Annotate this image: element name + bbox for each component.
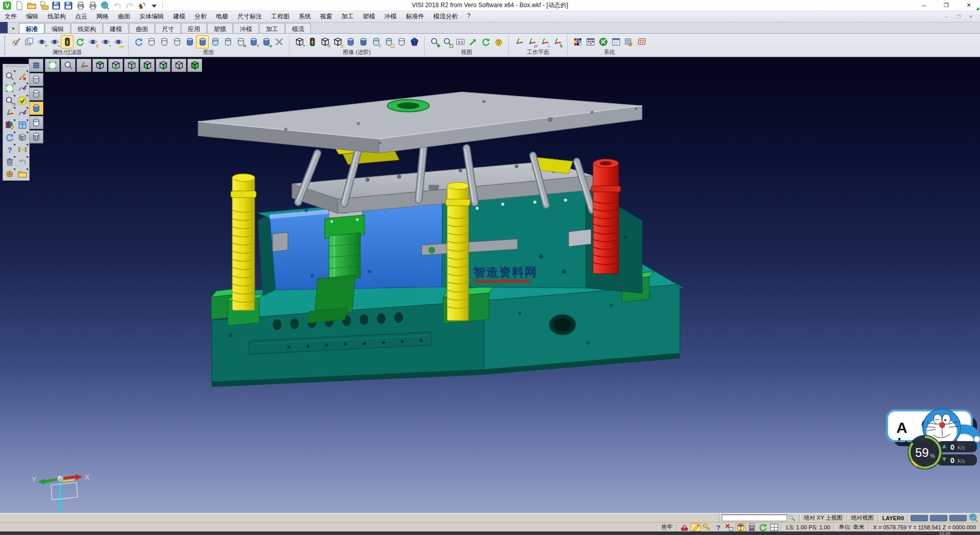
frame-select-icon[interactable]: [45, 59, 60, 72]
print-icon[interactable]: ▲: [87, 1, 98, 10]
tab-标准[interactable]: 标准: [19, 23, 44, 33]
measure-icon[interactable]: [16, 143, 29, 155]
mdi-minimize-button[interactable]: ─: [940, 13, 952, 21]
hatched-mode-icon[interactable]: [29, 130, 43, 143]
multi-view-icon[interactable]: [769, 523, 779, 531]
shaded-edges-view-icon[interactable]: [196, 35, 209, 48]
redo-icon[interactable]: [124, 1, 135, 10]
view-iso-icon[interactable]: [172, 59, 186, 72]
modify-attributes-icon[interactable]: [10, 35, 22, 48]
verify-cylinder-icon[interactable]: ✓: [370, 35, 382, 48]
active-layer-label[interactable]: LAYER0: [880, 515, 906, 521]
visi-logo[interactable]: V: [2, 1, 12, 10]
palette-drag-handle[interactable]: [6, 66, 27, 68]
menu-item-3[interactable]: 点云: [70, 11, 92, 22]
wireframe-view-icon[interactable]: [145, 35, 158, 48]
undo-icon[interactable]: [112, 1, 122, 10]
matrix-icon[interactable]: [635, 35, 648, 48]
refresh-visibility-icon[interactable]: [74, 35, 86, 48]
box-refresh-icon[interactable]: ↻: [318, 35, 331, 48]
snap-lock-label[interactable]: 拴牢: [659, 523, 675, 531]
workplane-indicator-icon[interactable]: [736, 523, 746, 531]
menu-item-1[interactable]: 编辑: [21, 11, 43, 22]
annotation-icon[interactable]: [691, 523, 701, 531]
transparent-mode-icon[interactable]: [29, 116, 43, 129]
quickbar-dropdown[interactable]: [149, 1, 159, 10]
tab-模流[interactable]: 模流: [285, 23, 311, 33]
view-bottom-icon[interactable]: [108, 59, 123, 72]
workplane-dynamic-icon[interactable]: ↯: [551, 35, 564, 48]
shaded-view-icon[interactable]: [183, 35, 196, 48]
spring-column-middle[interactable]: [446, 182, 470, 321]
insert-file-icon[interactable]: [38, 1, 49, 10]
spring-column-left[interactable]: [231, 174, 256, 311]
restore-button[interactable]: ❐: [935, 0, 958, 11]
workplane-3point-icon[interactable]: ∴: [538, 35, 551, 48]
view-back-icon[interactable]: [124, 59, 139, 72]
system-settings-icon[interactable]: [597, 35, 609, 48]
tab-线架构[interactable]: 线架构: [71, 23, 103, 33]
menu-item-0[interactable]: 文件: [0, 11, 21, 22]
menu-item-16[interactable]: 冲模: [380, 11, 401, 22]
regenerate-icon[interactable]: [4, 131, 16, 143]
flat-view-icon[interactable]: [222, 35, 234, 48]
view-left-icon[interactable]: [140, 59, 155, 72]
box-visibility-icon[interactable]: [306, 35, 318, 48]
shaded-mode-icon[interactable]: [29, 102, 43, 115]
search-icon[interactable]: 🔍: [788, 515, 795, 521]
menu-item-7[interactable]: 建模: [168, 11, 190, 22]
shading-settings-icon[interactable]: [273, 35, 285, 48]
tab-冲模[interactable]: 冲模: [233, 23, 259, 33]
menu-item-14[interactable]: 加工: [337, 11, 358, 22]
selection-filter-icon[interactable]: [622, 35, 635, 48]
dashed-view-icon[interactable]: [170, 35, 183, 48]
color-swatch-0[interactable]: [911, 515, 928, 521]
toolbar-dropdown-icon[interactable]: ▼: [8, 24, 19, 33]
tab-尺寸[interactable]: 尺寸: [155, 23, 181, 33]
delete-shading-icon[interactable]: ✕: [234, 35, 247, 48]
menu-item-10[interactable]: 尺寸标注: [233, 11, 266, 22]
frame-icon[interactable]: [4, 82, 16, 94]
color-swatch-2[interactable]: [949, 515, 967, 521]
save-as-icon[interactable]: +: [63, 1, 74, 10]
tab-编辑[interactable]: 编辑: [45, 23, 70, 33]
view-ref-label[interactable]: 绝对视图: [849, 514, 876, 522]
hide-entities-icon[interactable]: −: [48, 35, 61, 48]
hidden-line-mode-icon[interactable]: [29, 87, 43, 101]
zoom-scale-icon[interactable]: 1:1: [454, 35, 467, 48]
rotate-view-icon[interactable]: [479, 35, 492, 48]
menu-item-2[interactable]: 线架构: [43, 11, 70, 22]
auto-rotate-icon[interactable]: [758, 523, 768, 531]
layer-stack-icon[interactable]: [747, 523, 757, 531]
zoom-dynamic-icon[interactable]: [61, 59, 76, 72]
solid-cylinder-icon[interactable]: [344, 35, 357, 48]
menu-item-17[interactable]: 标准件: [401, 11, 429, 22]
erase-icon[interactable]: [16, 70, 29, 82]
dynamic-view-icon[interactable]: [492, 35, 505, 48]
view-top-icon[interactable]: [92, 59, 107, 72]
delete-icon[interactable]: [4, 156, 16, 167]
copy-attributes-icon[interactable]: [22, 35, 35, 48]
visibility-manager-icon[interactable]: [61, 35, 74, 48]
workplane-view-icon[interactable]: [512, 35, 525, 48]
menu-item-13[interactable]: 视窗: [315, 11, 337, 22]
zoom-select-icon[interactable]: [4, 70, 16, 82]
sketch-icon[interactable]: [16, 82, 29, 94]
copy-shading-icon[interactable]: ➜: [260, 35, 273, 48]
viewport-canvas[interactable]: 智造资料网: [0, 57, 980, 513]
plot-icon[interactable]: [75, 1, 86, 10]
view-solid-icon[interactable]: [187, 59, 202, 72]
menu-item-9[interactable]: 电极: [211, 11, 233, 22]
zoom-window-icon[interactable]: ❏: [441, 35, 454, 48]
menu-item-15[interactable]: 塑模: [358, 11, 380, 22]
wcs-icon[interactable]: [4, 107, 16, 118]
orient-axis-icon[interactable]: [77, 59, 91, 72]
open-file-icon[interactable]: [26, 1, 37, 10]
tab-加工[interactable]: 加工: [259, 23, 285, 33]
view-right-icon[interactable]: [156, 59, 170, 72]
tab-建模[interactable]: 建模: [103, 23, 129, 33]
menu-item-11[interactable]: 工程图: [266, 11, 294, 22]
macro-icon[interactable]: ♞: [136, 1, 147, 10]
transparent-view-icon[interactable]: [209, 35, 222, 48]
show-entities-icon[interactable]: +: [35, 35, 48, 48]
